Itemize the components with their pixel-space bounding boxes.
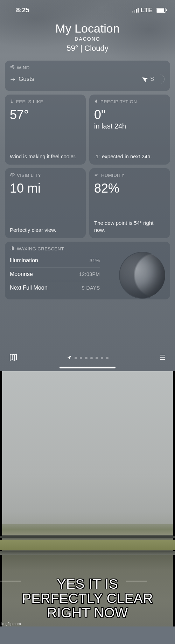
eye-icon <box>10 172 15 178</box>
watermark: imgflip.com <box>1 622 21 626</box>
feels-like-value: 57° <box>10 108 81 122</box>
weather-app-screen: 8:25 LTE My Location DACONO 59° | Cloudy… <box>0 0 175 371</box>
visibility-card[interactable]: VISIBILITY 10 mi Perfectly clear view. <box>5 168 86 238</box>
precipitation-subvalue: in last 24h <box>94 122 165 130</box>
moon-row-key: Illumination <box>10 257 38 264</box>
foggy-road-photo: YES IT IS PERFECTLY CLEAR RIGHT NOW imgf… <box>0 371 175 626</box>
precipitation-value: 0" <box>94 108 165 122</box>
location-arrow-icon <box>67 355 72 361</box>
list-button[interactable] <box>158 353 166 363</box>
caption-line-1: YES IT IS <box>3 577 172 591</box>
location-subtitle: DACONO <box>0 36 175 42</box>
moon-illustration <box>120 252 165 298</box>
moon-row-nextfull: Next Full Moon 9 DAYS <box>10 281 100 295</box>
status-time: 8:25 <box>16 6 29 14</box>
humidity-label: HUMIDITY <box>101 173 125 178</box>
moon-row-key: Next Full Moon <box>10 285 48 291</box>
precipitation-note: .1" expected in next 24h. <box>94 153 165 160</box>
feels-like-note: Wind is making it feel cooler. <box>10 153 81 160</box>
moon-row-key: Moonrise <box>10 271 33 277</box>
caption-line-2: PERFECTLY CLEAR RIGHT NOW <box>3 591 172 620</box>
location-header: My Location DACONO 59° | Cloudy <box>0 22 175 53</box>
humidity-value: 82% <box>94 181 165 196</box>
location-summary: 59° | Cloudy <box>0 44 175 53</box>
svg-point-0 <box>12 174 13 175</box>
moon-phase-label: WAXING CRESCENT <box>17 246 64 251</box>
moon-row-illumination: Illumination 31% <box>10 254 100 268</box>
moon-row-moonrise: Moonrise 12:03PM <box>10 268 100 281</box>
humidity-card[interactable]: HUMIDITY 82% The dew point is 54° right … <box>89 168 170 238</box>
feels-like-card[interactable]: FEELS LIKE 57° Wind is making it feel co… <box>5 95 86 165</box>
gusts-label: Gusts <box>19 76 34 83</box>
battery-icon <box>156 8 166 13</box>
thermometer-icon <box>10 99 14 105</box>
moon-row-val: 12:03PM <box>79 271 100 277</box>
status-right: LTE <box>132 6 166 14</box>
droplet-icon <box>94 99 98 105</box>
wind-compass: ➤ S <box>142 74 164 84</box>
moon-card[interactable]: WAXING CRESCENT Illumination 31% Moonris… <box>5 242 170 299</box>
meme-caption: YES IT IS PERFECTLY CLEAR RIGHT NOW <box>0 577 175 620</box>
moon-row-val: 31% <box>90 258 100 263</box>
visibility-note: Perfectly clear view. <box>10 227 81 234</box>
compass-arrow-icon: ➤ <box>140 74 150 85</box>
page-indicator[interactable] <box>67 355 108 361</box>
status-bar: 8:25 LTE <box>0 0 175 14</box>
bottom-toolbar <box>0 353 175 363</box>
feels-like-label: FEELS LIKE <box>16 99 43 104</box>
map-button[interactable] <box>9 353 18 363</box>
moon-phase-icon <box>10 246 15 252</box>
gust-arrow-icon: ↗ <box>9 75 17 83</box>
location-title: My Location <box>0 22 175 35</box>
compass-direction: S <box>150 76 154 82</box>
wind-card[interactable]: WIND ↗ Gusts ➤ S <box>5 61 170 91</box>
cellular-signal-icon <box>132 8 139 13</box>
visibility-value: 10 mi <box>10 181 81 196</box>
moon-row-val: 9 DAYS <box>82 285 100 291</box>
wind-label: WIND <box>17 65 30 70</box>
wind-icon <box>10 65 15 71</box>
network-label: LTE <box>141 6 153 14</box>
visibility-label: VISIBILITY <box>17 173 41 178</box>
home-indicator[interactable] <box>59 367 115 368</box>
precipitation-label: PRECIPITATION <box>100 99 137 104</box>
humidity-note: The dew point is 54° right now. <box>94 220 165 233</box>
humidity-icon <box>94 172 99 178</box>
precipitation-card[interactable]: PRECIPITATION 0" in last 24h .1" expecte… <box>89 95 170 165</box>
